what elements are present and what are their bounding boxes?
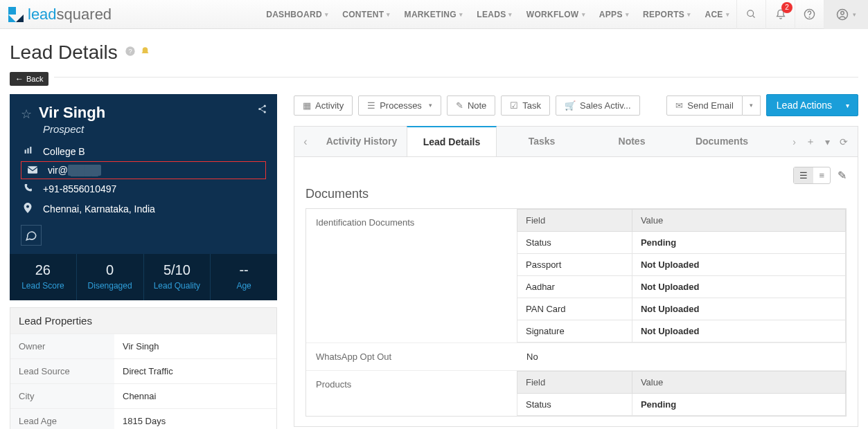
prop-row: CityChennai — [10, 383, 276, 408]
nav-leads[interactable]: LEADS▾ — [470, 0, 519, 29]
note-button[interactable]: ✎Note — [447, 95, 495, 116]
tab-activity-history[interactable]: Activity History — [317, 127, 407, 156]
nav-menu: DASHBOARD▾CONTENT▾MARKETING▾LEADS▾WORKFL… — [259, 0, 736, 29]
lead-stage: Prospect — [43, 123, 266, 135]
panel-title: Lead Properties — [10, 308, 276, 334]
chat-button[interactable] — [21, 225, 42, 246]
svg-point-10 — [264, 111, 266, 113]
task-button[interactable]: ☑Task — [501, 95, 550, 116]
stat-age: --Age — [211, 254, 277, 300]
svg-point-3 — [809, 17, 810, 17]
bell-icon[interactable]: 2 — [765, 0, 795, 29]
add-tab-icon[interactable]: ＋ — [806, 136, 815, 148]
doc-row: WhatsApp Opt OutNo — [306, 343, 846, 371]
detail-tabs-wrap: ‹ Activity HistoryLead DetailsTasksNotes… — [294, 126, 858, 427]
nav-apps[interactable]: APPS▾ — [592, 0, 636, 29]
profile-menu[interactable]: ▾ — [824, 0, 868, 29]
brand-lead: lead — [28, 6, 57, 24]
company-icon — [21, 146, 35, 157]
view-list-icon[interactable]: ☰ — [794, 167, 813, 183]
refresh-icon[interactable]: ⟳ — [840, 136, 848, 147]
stat-lead-quality: 5/10Lead Quality — [144, 254, 211, 300]
star-icon[interactable]: ☆ — [21, 107, 32, 122]
top-nav: leadsquared DASHBOARD▾CONTENT▾MARKETING▾… — [0, 0, 868, 29]
tab-lead-details[interactable]: Lead Details — [407, 126, 497, 156]
prop-row: Lead SourceDirect Traffic — [10, 358, 276, 383]
svg-rect-14 — [28, 166, 37, 174]
svg-line-1 — [752, 15, 754, 17]
svg-point-8 — [258, 108, 260, 110]
svg-rect-11 — [24, 149, 26, 153]
email-masked: ████ — [68, 165, 101, 176]
mail-icon — [26, 165, 39, 176]
page-header: Lead Details ? Back — [0, 29, 868, 86]
tab-body: ☰ ≡ ✎ Documents Identification Documents… — [294, 157, 858, 426]
tab-scroll-right[interactable]: › — [792, 136, 796, 147]
processes-button[interactable]: ☰Processes — [358, 95, 441, 116]
svg-rect-13 — [30, 147, 31, 154]
tab-documents[interactable]: Documents — [677, 127, 767, 156]
svg-point-9 — [264, 105, 266, 107]
search-icon[interactable] — [736, 0, 765, 29]
documents-panel: Identification DocumentsFieldValueStatus… — [305, 208, 847, 417]
lead-actions-button[interactable]: Lead Actions — [766, 94, 858, 116]
back-button[interactable]: Back — [10, 72, 48, 86]
svg-text:?: ? — [128, 48, 132, 55]
share-icon[interactable] — [257, 104, 267, 117]
lead-card: ☆ Vir Singh Prospect College B — [10, 94, 277, 300]
help-icon[interactable] — [795, 0, 824, 29]
nav-ace[interactable]: ACE▾ — [698, 0, 736, 29]
prop-row: Lead Age1815 Days — [10, 408, 276, 429]
lead-name: Vir Singh — [39, 104, 105, 122]
action-toolbar: ▦Activity ☰Processes ✎Note ☑Task 🛒Sales … — [294, 94, 858, 116]
view-toggle: ☰ ≡ — [793, 167, 831, 184]
lead-company-row: College B — [21, 142, 266, 161]
detail-tabs: ‹ Activity HistoryLead DetailsTasksNotes… — [294, 127, 858, 157]
tab-tasks[interactable]: Tasks — [497, 127, 587, 156]
svg-point-5 — [841, 11, 844, 15]
logo-glyph — [8, 7, 24, 22]
tab-notes[interactable]: Notes — [587, 127, 677, 156]
lead-properties-panel: Lead Properties OwnerVir SinghLead Sourc… — [10, 307, 277, 429]
lead-stats: 26Lead Score0Disengaged5/10Lead Quality-… — [10, 254, 277, 300]
lead-email-row[interactable]: vir@████ — [21, 161, 266, 179]
phone-icon — [21, 183, 35, 194]
nav-right: 2 ▾ — [736, 0, 868, 29]
view-compact-icon[interactable]: ≡ — [813, 167, 830, 183]
brand-logo[interactable]: leadsquared — [8, 6, 112, 24]
svg-point-0 — [747, 10, 754, 17]
nav-dashboard[interactable]: DASHBOARD▾ — [259, 0, 335, 29]
edit-icon[interactable]: ✎ — [838, 169, 847, 182]
nav-reports[interactable]: REPORTS▾ — [636, 0, 698, 29]
location-icon — [21, 203, 35, 215]
stat-lead-score: 26Lead Score — [10, 254, 77, 300]
page-title: Lead Details — [10, 42, 118, 64]
stat-disengaged: 0Disengaged — [77, 254, 144, 300]
doc-row: Identification DocumentsFieldValueStatus… — [306, 209, 846, 343]
tab-scroll-left[interactable]: ‹ — [294, 136, 317, 148]
doc-row: ProductsFieldValueStatusPending — [306, 371, 846, 416]
notification-badge: 2 — [781, 2, 792, 13]
send-email-dropdown[interactable]: ▾ — [743, 95, 761, 116]
svg-rect-12 — [27, 148, 28, 154]
activity-button[interactable]: ▦Activity — [294, 95, 353, 116]
notify-bell-icon[interactable] — [140, 46, 150, 60]
section-title: Documents — [305, 187, 847, 201]
tab-menu-icon[interactable]: ▾ — [825, 136, 830, 147]
prop-row: OwnerVir Singh — [10, 334, 276, 358]
nav-marketing[interactable]: MARKETING▾ — [398, 0, 470, 29]
send-email-group: ✉Send Email ▾ — [666, 95, 760, 116]
send-email-button[interactable]: ✉Send Email — [666, 95, 742, 116]
sales-activity-button[interactable]: 🛒Sales Activ... — [556, 95, 639, 116]
lead-location-row: Chennai, Karnataka, India — [21, 199, 266, 219]
brand-squared: squared — [57, 6, 112, 24]
lead-phone-row: +91-8556010497 — [21, 179, 266, 199]
nav-workflow[interactable]: WORKFLOW▾ — [520, 0, 592, 29]
nav-content[interactable]: CONTENT▾ — [335, 0, 397, 29]
help-badge-icon[interactable]: ? — [125, 46, 136, 60]
